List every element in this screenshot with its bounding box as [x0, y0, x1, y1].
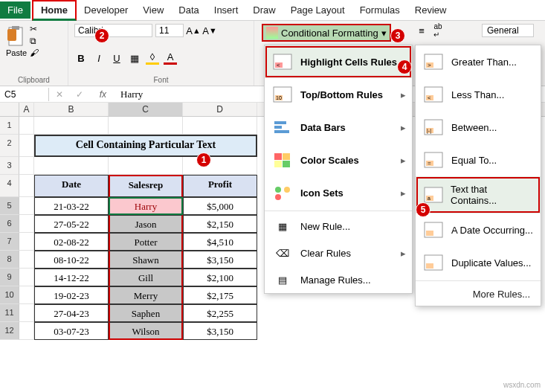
col-header-a[interactable]: A — [19, 103, 34, 116]
cell-b12[interactable]: 03-07-23 — [34, 322, 109, 340]
row-header-7[interactable]: 7 — [0, 233, 19, 251]
cancel-formula-icon[interactable]: ✕ — [56, 89, 63, 100]
cell-b7[interactable]: 02-08-22 — [34, 233, 109, 251]
row-header-9[interactable]: 9 — [0, 269, 19, 286]
menu-color-scales[interactable]: Color Scales ▸ — [265, 144, 412, 176]
title-cell[interactable]: Cell Containing Particular Text — [34, 135, 257, 157]
menu-new-rule[interactable]: ▦ New Rule... — [265, 213, 412, 240]
name-box[interactable]: C5 — [0, 88, 49, 101]
row-header-2[interactable]: 2 — [0, 135, 19, 157]
cell-d11[interactable]: $2,255 — [183, 304, 257, 322]
fill-color-button[interactable]: ◊ — [146, 51, 159, 65]
align-center-icon[interactable]: ≡ — [415, 24, 428, 37]
row-header-12[interactable]: 12 — [0, 322, 19, 340]
tab-pagelayout[interactable]: Page Layout — [283, 1, 352, 19]
italic-button[interactable]: I — [92, 51, 106, 65]
tab-formulas[interactable]: Formulas — [352, 1, 407, 19]
tab-review[interactable]: Review — [407, 1, 454, 19]
tab-view[interactable]: View — [135, 1, 171, 19]
row-header-4[interactable]: 4 — [0, 175, 19, 197]
menu-greater-than[interactable]: > Greater Than... — [416, 45, 541, 78]
menu-data-bars[interactable]: Data Bars ▸ — [265, 111, 412, 144]
cell-d12[interactable]: $3,150 — [183, 322, 257, 340]
cell-d7[interactable]: $4,510 — [183, 233, 257, 251]
header-profit[interactable]: Profit — [183, 175, 257, 197]
col-header-d[interactable]: D — [183, 103, 257, 116]
decrease-font-icon[interactable]: A▼ — [203, 24, 216, 37]
select-all-corner[interactable] — [0, 103, 19, 116]
row-header-8[interactable]: 8 — [0, 251, 19, 269]
font-name-select[interactable]: Calibri — [74, 24, 152, 37]
tab-draw[interactable]: Draw — [245, 1, 283, 19]
svg-rect-2 — [7, 29, 16, 41]
tab-home[interactable]: Home — [32, 0, 77, 21]
format-painter-icon[interactable]: 🖌 — [30, 48, 39, 58]
menu-highlight-cells-rules[interactable]: < Highlight Cells Rules ▸ — [265, 45, 412, 78]
tab-data[interactable]: Data — [171, 1, 206, 19]
number-format-select[interactable]: General — [482, 24, 534, 37]
tab-developer[interactable]: Developer — [77, 1, 135, 19]
cell-b9[interactable]: 14-12-22 — [34, 269, 109, 286]
menu-top-bottom-rules[interactable]: 10 Top/Bottom Rules ▸ — [265, 78, 412, 111]
cell-d6[interactable]: $2,150 — [183, 215, 257, 233]
menu-equal-to[interactable]: = Equal To... — [416, 144, 541, 176]
cell-d8[interactable]: $3,150 — [183, 251, 257, 269]
paste-button[interactable]: Paste — [6, 25, 27, 57]
cell-d9[interactable]: $2,100 — [183, 269, 257, 286]
group-clipboard: Paste ✂ ⧉ 🖌 Clipboard — [0, 21, 68, 86]
cell-b8[interactable]: 08-10-22 — [34, 251, 109, 269]
underline-button[interactable]: U — [110, 51, 123, 65]
menu-duplicate-values[interactable]: Duplicate Values... — [416, 246, 541, 279]
borders-button[interactable]: ▦ — [128, 51, 141, 65]
tab-file[interactable]: File — [0, 1, 30, 19]
increase-font-icon[interactable]: A▲ — [187, 24, 200, 37]
row-header-1[interactable]: 1 — [0, 117, 19, 135]
chevron-right-icon: ▸ — [401, 155, 406, 166]
header-date[interactable]: Date — [34, 175, 109, 197]
menu-more-rules[interactable]: More Rules... — [416, 283, 541, 306]
menu-icon-sets[interactable]: Icon Sets ▸ — [265, 176, 412, 209]
col-header-b[interactable]: B — [34, 103, 109, 116]
cell-d10[interactable]: $2,175 — [183, 286, 257, 304]
cell-c8[interactable]: Shawn — [109, 251, 183, 269]
cell-c12[interactable]: Wilson — [109, 322, 183, 340]
menu-icon-sets-label: Icon Sets — [300, 187, 344, 199]
menu-date-occurring[interactable]: A Date Occurring... — [416, 213, 541, 246]
tab-insert[interactable]: Insert — [207, 1, 246, 19]
cell-b5[interactable]: 21-03-22 — [34, 197, 109, 215]
cell-c5[interactable]: Harry — [109, 197, 183, 215]
col-header-c[interactable]: C — [109, 103, 183, 116]
cell-b10[interactable]: 19-02-23 — [34, 286, 109, 304]
menu-text-contains[interactable]: a Text that Contains... — [416, 176, 541, 213]
clear-rules-icon: ⌫ — [272, 244, 293, 262]
row-header-10[interactable]: 10 — [0, 286, 19, 304]
cell-c10[interactable]: Merry — [109, 286, 183, 304]
bold-button[interactable]: B — [74, 51, 88, 65]
cell-b11[interactable]: 27-04-23 — [34, 304, 109, 322]
font-color-button[interactable]: A — [164, 51, 177, 65]
row-header-6[interactable]: 6 — [0, 215, 19, 233]
enter-formula-icon[interactable]: ✓ — [76, 89, 83, 100]
wrap-text-icon[interactable]: ab↵ — [431, 24, 445, 37]
cell-c7[interactable]: Potter — [109, 233, 183, 251]
fx-icon[interactable]: fx — [96, 89, 109, 100]
menu-clear-rules[interactable]: ⌫ Clear Rules ▸ — [265, 240, 412, 266]
cell-c6[interactable]: Jason — [109, 215, 183, 233]
conditional-formatting-button[interactable]: Conditional Formatting ▾ — [262, 24, 391, 42]
row-header-3[interactable]: 3 — [0, 157, 19, 175]
cell-c11[interactable]: Saphen — [109, 304, 183, 322]
header-salesrep[interactable]: Salesrep — [109, 175, 183, 197]
row-header-11[interactable]: 11 — [0, 304, 19, 322]
menu-less-than[interactable]: < Less Than... — [416, 78, 541, 111]
cut-icon[interactable]: ✂ — [30, 24, 39, 34]
greater-than-icon: > — [423, 53, 444, 71]
font-size-select[interactable]: 11 — [155, 24, 184, 37]
menu-between[interactable]: |-| Between... — [416, 111, 541, 144]
cell-c9[interactable]: Gill — [109, 269, 183, 286]
copy-icon[interactable]: ⧉ — [30, 36, 39, 46]
menu-manage-rules[interactable]: ▤ Manage Rules... — [265, 266, 412, 293]
cell-d5[interactable]: $5,000 — [183, 197, 257, 215]
row-header-5[interactable]: 5 — [0, 197, 19, 215]
cell-b6[interactable]: 27-05-22 — [34, 215, 109, 233]
svg-text:10: 10 — [276, 95, 282, 100]
